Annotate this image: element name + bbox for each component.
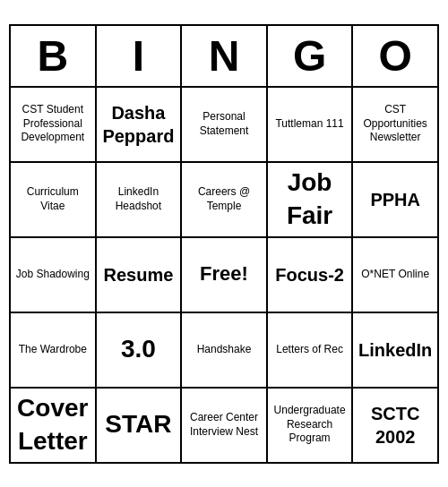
bingo-row-0: CST Student Professional DevelopmentDash… (11, 88, 437, 163)
bingo-cell-r4-c1: STAR (97, 389, 183, 462)
bingo-letter-g: G (268, 26, 354, 86)
bingo-row-4: Cover LetterSTARCareer Center Interview … (11, 389, 437, 462)
bingo-cell-r3-c3: Letters of Rec (268, 313, 354, 387)
bingo-row-3: The Wardrobe3.0HandshakeLetters of RecLi… (11, 313, 437, 389)
bingo-card: BINGO CST Student Professional Developme… (9, 24, 439, 464)
bingo-letter-o: O (353, 26, 437, 86)
bingo-cell-r0-c2: Personal Statement (182, 88, 268, 161)
bingo-cell-r4-c0: Cover Letter (11, 389, 97, 462)
bingo-cell-r4-c2: Career Center Interview Nest (182, 389, 268, 462)
bingo-cell-r4-c4: SCTC 2002 (353, 389, 437, 462)
bingo-letter-b: B (11, 26, 97, 86)
bingo-cell-r4-c3: Undergraduate Research Program (268, 389, 354, 462)
bingo-cell-r1-c0: Curriculum Vitae (11, 163, 97, 236)
bingo-cell-r3-c1: 3.0 (97, 313, 183, 387)
bingo-cell-r2-c0: Job Shadowing (11, 238, 97, 312)
bingo-header: BINGO (11, 26, 437, 88)
bingo-cell-r0-c3: Tuttleman 111 (268, 88, 354, 161)
bingo-cell-r1-c4: PPHA (353, 163, 437, 236)
bingo-cell-r1-c3: Job Fair (268, 163, 354, 236)
bingo-cell-r2-c1: Resume (97, 238, 183, 312)
bingo-row-1: Curriculum VitaeLinkedIn HeadshotCareers… (11, 163, 437, 238)
bingo-cell-r1-c1: LinkedIn Headshot (97, 163, 183, 236)
bingo-cell-r2-c4: O*NET Online (353, 238, 437, 312)
bingo-cell-r2-c3: Focus-2 (268, 238, 354, 312)
bingo-cell-r1-c2: Careers @ Temple (182, 163, 268, 236)
bingo-cell-r0-c4: CST Opportunities Newsletter (353, 88, 437, 161)
bingo-cell-r3-c2: Handshake (182, 313, 268, 387)
bingo-letter-i: I (97, 26, 183, 86)
bingo-cell-r2-c2: Free! (182, 238, 268, 312)
bingo-row-2: Job ShadowingResumeFree!Focus-2O*NET Onl… (11, 238, 437, 313)
bingo-cell-r3-c4: LinkedIn (353, 313, 437, 387)
bingo-cell-r3-c0: The Wardrobe (11, 313, 97, 387)
bingo-grid: CST Student Professional DevelopmentDash… (11, 88, 437, 462)
bingo-cell-r0-c1: Dasha Peppard (97, 88, 183, 161)
bingo-cell-r0-c0: CST Student Professional Development (11, 88, 97, 161)
bingo-letter-n: N (182, 26, 268, 86)
